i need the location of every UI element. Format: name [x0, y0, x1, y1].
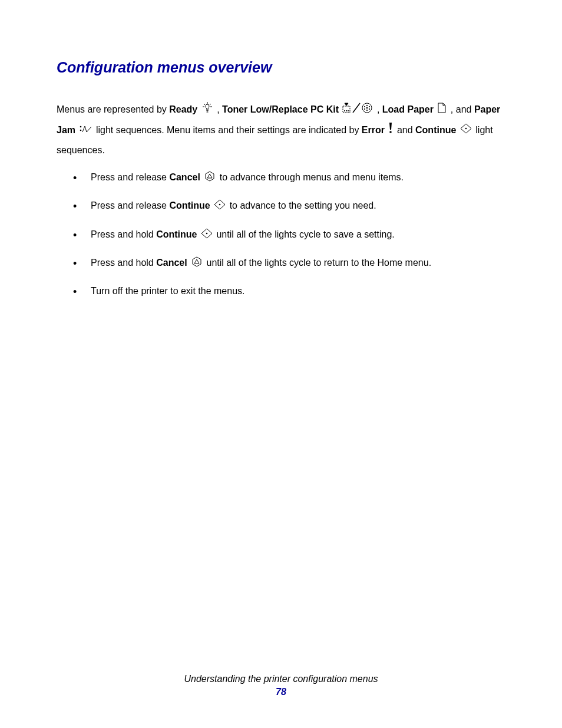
continue-icon [460, 121, 472, 141]
cancel-icon [204, 171, 216, 185]
list-item: Turn off the printer to exit the menus. [91, 285, 508, 298]
svg-point-8 [345, 110, 345, 111]
svg-point-19 [367, 110, 368, 110]
ready-label: Ready [169, 104, 197, 114]
continue-label: Continue [156, 229, 197, 239]
cancel-icon [191, 256, 203, 271]
load-paper-icon [437, 100, 447, 120]
load-paper-label: Load Paper [382, 104, 434, 114]
svg-point-21 [80, 129, 82, 131]
text: to advance to the setting you need. [230, 201, 376, 211]
intro-paragraph: Menus are represented by Ready , Toner L… [57, 100, 508, 160]
svg-point-9 [346, 110, 347, 111]
svg-rect-7 [343, 106, 350, 113]
text: Press and hold [91, 258, 156, 268]
continue-icon [201, 228, 213, 242]
text: , [377, 104, 382, 114]
svg-point-26 [206, 232, 208, 234]
svg-marker-27 [194, 259, 199, 263]
text: Menus are represented by [57, 104, 169, 114]
section-heading: Configuration menus overview [57, 59, 508, 76]
text: to advance through menus and menu items. [220, 172, 404, 182]
paper-jam-icon [79, 121, 92, 141]
list-item: Press and release Cancel to advance thro… [91, 171, 508, 185]
svg-point-25 [219, 204, 221, 206]
error-label: Error [362, 125, 385, 135]
list-item: Press and release Continue to advance to… [91, 199, 508, 213]
svg-marker-24 [207, 174, 212, 178]
page-footer: Understanding the printer configuration … [0, 674, 562, 697]
svg-line-2 [210, 104, 211, 105]
list-item: Press and hold Continue until all of the… [91, 228, 508, 242]
svg-point-13 [366, 107, 368, 108]
svg-point-23 [465, 127, 467, 129]
svg-point-20 [80, 126, 82, 127]
continue-label: Continue [169, 201, 210, 211]
toner-icon [342, 100, 373, 120]
text: and [397, 125, 415, 135]
error-icon [388, 121, 393, 141]
cancel-label: Cancel [156, 258, 187, 268]
svg-point-14 [365, 106, 365, 107]
text: Press and release [91, 172, 169, 182]
svg-line-11 [353, 103, 360, 113]
toner-label: Toner Low/Replace PC Kit [222, 104, 339, 114]
text: until all of the lights cycle to return … [207, 258, 432, 268]
text: , [217, 104, 222, 114]
text: light sequences. Menu items and their se… [96, 125, 362, 135]
footer-page-number: 78 [0, 687, 562, 697]
ready-icon [201, 100, 213, 120]
text: , and [451, 104, 474, 114]
text: Turn off the printer to exit the menus. [91, 286, 244, 296]
svg-point-17 [369, 108, 370, 109]
svg-point-18 [367, 105, 368, 106]
continue-label: Continue [415, 125, 456, 135]
footer-section-title: Understanding the printer configuration … [0, 674, 562, 684]
text: Press and hold [91, 229, 156, 239]
svg-line-1 [204, 104, 205, 105]
svg-point-22 [390, 131, 392, 133]
bullet-list: Press and release Cancel to advance thro… [57, 171, 508, 298]
text: Press and release [91, 201, 169, 211]
list-item: Press and hold Cancel until all of the l… [91, 256, 508, 271]
svg-point-10 [348, 110, 349, 111]
svg-point-16 [365, 108, 365, 109]
svg-marker-6 [345, 103, 348, 106]
cancel-label: Cancel [169, 172, 200, 182]
svg-point-15 [369, 106, 370, 107]
continue-icon [214, 199, 226, 213]
text: until all of the lights cycle to save a … [216, 229, 394, 239]
